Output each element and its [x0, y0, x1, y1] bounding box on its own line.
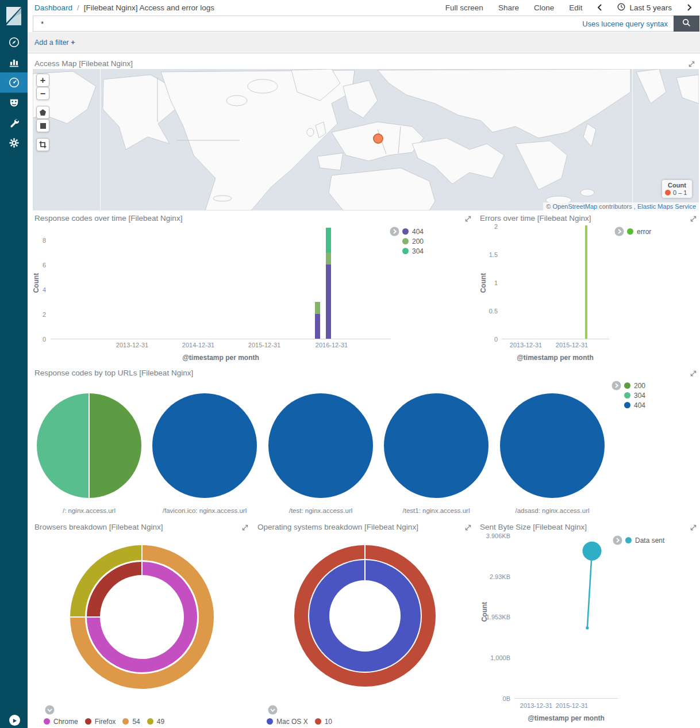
- bar-chart-icon: [9, 57, 20, 68]
- sent-bytes-line-chart[interactable]: [514, 536, 618, 699]
- legend-swatch-icon: [122, 718, 129, 725]
- response-codes-bar-chart[interactable]: [51, 226, 391, 339]
- clone-button[interactable]: Clone: [534, 3, 554, 12]
- legend-item[interactable]: Mac OS X: [267, 716, 308, 726]
- sidebar-item-dashboard[interactable]: [0, 72, 28, 93]
- legend-item[interactable]: 10: [315, 716, 332, 726]
- map-zoom-in-button[interactable]: +: [36, 74, 49, 87]
- wrench-icon: [9, 117, 20, 128]
- breadcrumb-dashboard-link[interactable]: Dashboard: [34, 3, 72, 12]
- legend-item[interactable]: error: [627, 227, 651, 236]
- browsers-expand-icon[interactable]: [241, 523, 249, 531]
- legend-swatch-icon: [315, 718, 321, 725]
- search-button[interactable]: [674, 16, 699, 32]
- browsers-donut-chart[interactable]: [70, 545, 214, 689]
- legend-item[interactable]: Chrome: [44, 716, 78, 726]
- compass-icon: [9, 37, 20, 48]
- errors-xlabel: @timestamp per month: [498, 354, 613, 362]
- access-map-expand-icon[interactable]: [688, 60, 695, 67]
- map-zoom-out-button[interactable]: −: [36, 87, 49, 100]
- legend-swatch-icon: [625, 537, 632, 543]
- response-codes-legend: 404 200 304: [402, 227, 424, 256]
- os-donut-chart[interactable]: [294, 545, 436, 687]
- os-legend: Mac OS X 10: [267, 716, 332, 726]
- ytick: 1.5: [471, 251, 498, 258]
- legend-item[interactable]: 49: [147, 716, 164, 726]
- ytick: 2.93KB: [476, 573, 510, 580]
- sidebar-item-devtools[interactable]: [0, 113, 28, 133]
- legend-item[interactable]: 404: [402, 227, 424, 236]
- kibana-logo[interactable]: [0, 0, 28, 32]
- legend-item[interactable]: 200: [624, 381, 645, 390]
- os-title: Operating systems breakdown [Filebeat Ng…: [257, 523, 418, 531]
- browsers-legend: Chrome Firefox 54 49: [44, 716, 164, 726]
- filter-bar: Add a filter +: [28, 32, 700, 53]
- time-back-chevron-icon[interactable]: [597, 3, 602, 13]
- elastic-maps-service-link[interactable]: Elastic Maps Service: [637, 203, 696, 210]
- time-forward-chevron-icon[interactable]: [687, 3, 692, 13]
- sent-bytes-expand-icon[interactable]: [690, 523, 697, 531]
- legend-toggle-icon[interactable]: [611, 381, 621, 390]
- time-range-label: Last 5 years: [629, 3, 672, 12]
- map-crop-button[interactable]: [36, 138, 49, 151]
- legend-item[interactable]: 54: [122, 716, 140, 726]
- legend-toggle-icon[interactable]: [45, 705, 55, 715]
- map-draw-rectangle-button[interactable]: [36, 119, 49, 132]
- legend-swatch-icon: [624, 402, 630, 408]
- ytick: 2: [471, 223, 498, 230]
- sent-bytes-legend: Data sent: [625, 535, 664, 545]
- openstreetmap-link[interactable]: OpenStreetMap: [553, 203, 598, 210]
- legend-toggle-icon[interactable]: [614, 227, 624, 236]
- sidebar-item-discover[interactable]: [0, 32, 28, 52]
- legend-item[interactable]: 404: [624, 400, 645, 410]
- legend-swatch-icon: [402, 238, 409, 244]
- response-codes-expand-icon[interactable]: [464, 214, 472, 222]
- gear-icon: [9, 137, 20, 148]
- share-button[interactable]: Share: [498, 3, 519, 12]
- legend-swatch-icon: [147, 718, 153, 725]
- sidebar-collapse-button[interactable]: [9, 715, 20, 726]
- legend-item[interactable]: 304: [624, 390, 645, 400]
- legend-item[interactable]: 200: [402, 236, 424, 246]
- pie-chart-adsasd-url[interactable]: [500, 393, 605, 498]
- top-urls-legend: 200 304 404: [624, 381, 645, 410]
- map-count-legend: Count 0 – 1: [662, 180, 692, 198]
- pie-chart-test-url[interactable]: [268, 393, 373, 498]
- legend-item[interactable]: Firefox: [85, 716, 116, 726]
- ytick: 1: [471, 279, 498, 286]
- add-filter-button[interactable]: Add a filter +: [34, 39, 75, 47]
- pie-chart-favicon-url[interactable]: [152, 393, 257, 498]
- errors-expand-icon[interactable]: [690, 214, 697, 222]
- top-urls-expand-icon[interactable]: [690, 369, 697, 377]
- legend-toggle-icon[interactable]: [268, 705, 278, 715]
- time-picker[interactable]: Last 5 years: [617, 3, 672, 13]
- world-map-landmass: [33, 69, 699, 210]
- map-draw-polygon-button[interactable]: [36, 106, 49, 119]
- full-screen-button[interactable]: Full screen: [445, 3, 483, 12]
- legend-toggle-icon[interactable]: [613, 535, 622, 545]
- pie-label: /adsasd: nginx.access.url: [489, 507, 616, 514]
- legend-toggle-icon[interactable]: [390, 227, 399, 236]
- sidebar-item-timelion[interactable]: [0, 93, 28, 113]
- response-codes-xlabel: @timestamp per month: [163, 354, 278, 362]
- legend-item[interactable]: Data sent: [625, 535, 664, 545]
- pie-chart-root-url[interactable]: [37, 393, 141, 498]
- os-expand-icon[interactable]: [464, 523, 472, 531]
- pie-chart-test1-url[interactable]: [384, 393, 489, 498]
- sidebar-item-management[interactable]: [0, 133, 28, 153]
- errors-bar-chart[interactable]: [502, 226, 609, 339]
- xtick: 2013-12-31: [503, 342, 549, 348]
- top-navigation-bar: Dashboard / [Filebeat Nginx] Access and …: [28, 0, 700, 16]
- sidebar-item-visualize[interactable]: [0, 52, 28, 72]
- errors-title: Errors over time [Filebeat Nginx]: [480, 214, 591, 223]
- world-map[interactable]: + − Count 0 – 1 © OpenStreetMap contribu…: [33, 69, 699, 210]
- map-attribution: © OpenStreetMap contributors , Elastic M…: [543, 202, 699, 210]
- legend-item[interactable]: 304: [402, 246, 424, 256]
- xtick: 2013-12-31: [109, 342, 155, 348]
- geo-point-marker[interactable]: [373, 133, 383, 144]
- edit-button[interactable]: Edit: [569, 3, 582, 12]
- xtick: 2015-12-31: [549, 342, 595, 348]
- errors-legend: error: [627, 227, 651, 236]
- lucene-syntax-link[interactable]: Uses lucene query syntax: [582, 20, 668, 28]
- search-query-input[interactable]: [33, 20, 582, 28]
